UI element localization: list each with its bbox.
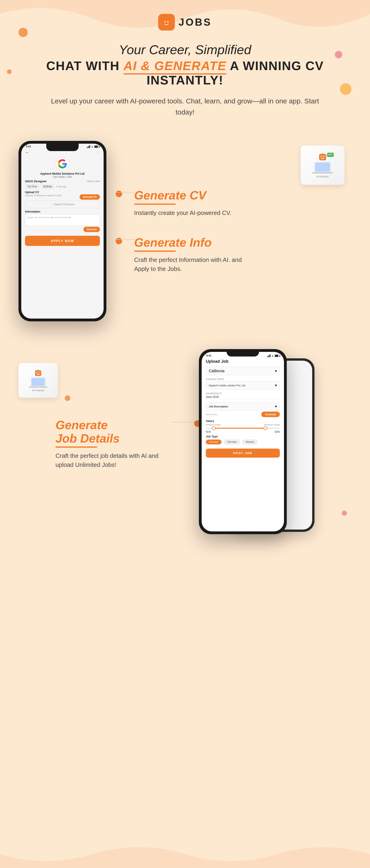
google-logo <box>58 159 67 168</box>
phone-time-2: 9:41 <box>206 354 211 357</box>
menu-dots[interactable]: ⋮ <box>96 150 100 155</box>
job-time-ago: 1 day ago <box>56 185 66 188</box>
svg-rect-19 <box>32 378 45 386</box>
upload-box-text: Upload CV/Resume <box>54 203 74 206</box>
svg-rect-5 <box>312 172 333 174</box>
generate-job-desc-btn[interactable]: Generate <box>261 411 280 417</box>
feature-cv-underline <box>134 204 176 205</box>
status-icons-2: ▲ <box>267 354 279 357</box>
deco-dot-2 <box>335 51 342 58</box>
job-tag-salary: $20k/Mo <box>41 184 55 189</box>
state-dropdown[interactable]: California ▾ <box>206 367 280 375</box>
job-desc-field: Job Description ▾ write here... Generate <box>206 402 280 417</box>
salary-section: Salary Minimum Salary Maximum Salary <box>206 420 280 433</box>
generate-cv-btn[interactable]: Generate CV <box>79 194 100 200</box>
company-name-dropdown[interactable]: Apptech mobile solution Pvt. Ltd. ▾ <box>206 381 280 390</box>
feature-job-title-2: Job Details <box>56 432 171 445</box>
info-section: Information Explain why you are the righ… <box>25 210 100 232</box>
section2-wrapper: AI Powered Generate Job Details Craft th… <box>0 349 370 562</box>
job-role: UI/UX Designer <box>25 180 47 183</box>
salary-max-label: Maximum Salary <box>264 424 280 426</box>
job-level: Senior Level <box>87 180 100 183</box>
job-type-fulltime[interactable]: Full time <box>206 439 222 444</box>
battery-fill-2 <box>275 355 278 357</box>
dropdown-arrow: ▾ <box>275 369 277 373</box>
info-generate-row: Generate <box>25 227 100 232</box>
job-location: San Diego, USA <box>25 175 100 178</box>
phone-mockup-1: 9:41 ▲ ← <box>19 141 106 321</box>
sb3 <box>269 355 270 357</box>
job-type-remote[interactable]: Remote <box>242 439 257 444</box>
job-desc-placeholder[interactable]: write here... <box>206 411 261 417</box>
company-logo-container: Apptech Mobile Solutions Pvt Ltd San Die… <box>25 157 100 178</box>
phone-content-1: ← ⋮ <box>21 148 104 312</box>
svg-point-13 <box>322 153 323 153</box>
svg-point-1 <box>164 21 166 23</box>
hero-highlight: AI & GENERATE <box>124 59 226 73</box>
phone-notch-2 <box>227 352 259 356</box>
phone-front-screen: 9:41 ▲ <box>202 352 284 531</box>
upload-icon: 📄 <box>51 203 53 206</box>
salary-min-label: Minimum Salary <box>206 424 221 426</box>
logo-svg <box>161 17 172 28</box>
dashed-connector-2 <box>116 239 134 240</box>
job-type-parttime[interactable]: Part time <box>224 439 240 444</box>
salary-thumb-max[interactable] <box>264 426 267 430</box>
salary-slider[interactable] <box>206 428 280 429</box>
feature-job-underline <box>56 446 97 448</box>
company-name-label: Company Name <box>206 377 280 380</box>
state-value: California <box>209 369 225 373</box>
company-name-value: Apptech mobile solution Pvt. Ltd. <box>209 384 246 387</box>
generate-info-btn[interactable]: Generate <box>83 227 100 232</box>
deco-dot-1 <box>19 28 28 37</box>
info-title: Information <box>25 210 100 213</box>
sb2 <box>268 355 269 357</box>
company-logo <box>56 157 69 171</box>
established-field: Established In June 2015 <box>206 392 280 400</box>
wifi-icon: ▲ <box>91 145 93 148</box>
battery-fill <box>95 146 98 148</box>
svg-rect-0 <box>161 17 172 28</box>
job-desc-arrow: ▾ <box>275 404 277 408</box>
job-desc-label: Job Description <box>209 405 228 408</box>
svg-point-24 <box>37 372 37 373</box>
salary-title: Salary <box>206 420 280 423</box>
svg-point-2 <box>167 21 169 23</box>
upload-box[interactable]: 📄 Upload CV/Resume <box>25 200 100 208</box>
info-textarea[interactable]: Explain why you are the right person for… <box>25 214 100 226</box>
hero-section: Your Career, Simplified CHAT WITH AI & G… <box>0 42 370 118</box>
feature-generate-info: Generate Info Craft the perfect Informat… <box>134 236 351 274</box>
svg-rect-6 <box>319 154 326 160</box>
hero-subtitle: Level up your career with AI-powered too… <box>46 96 324 118</box>
feature-info-title: Generate Info <box>134 236 351 249</box>
job-type-field: Job Type Full time Part time Remote <box>206 435 280 444</box>
hero-title-1: Your Career, Simplified <box>46 42 324 57</box>
salary-min-value: $13k <box>206 431 211 433</box>
salary-values: $13k $25k <box>206 431 280 433</box>
svg-point-10 <box>324 156 325 157</box>
feature-cv-title: Generate CV <box>134 189 351 202</box>
apply-now-btn[interactable]: APPLY NOW <box>25 236 100 246</box>
logo-icon <box>158 14 175 31</box>
wifi-icon-2: ▲ <box>271 354 274 357</box>
post-job-btn[interactable]: POST JOB <box>206 448 280 458</box>
deco-dot-4 <box>7 69 11 74</box>
upload-cv-section: Upload CV Add your CV/Resume to apply fo… <box>25 191 100 208</box>
feature-info-desc: Craft the perfect Information with AI. a… <box>134 255 250 274</box>
phone-group: Upload Job Company Name Apptech mobile s… <box>199 349 314 539</box>
salary-thumb-min[interactable] <box>212 426 215 430</box>
feature-job-title-1: Generate <box>56 418 171 432</box>
back-arrow[interactable]: ← <box>25 150 29 155</box>
phone-front: 9:41 ▲ <box>199 349 287 534</box>
svg-rect-11 <box>321 158 324 159</box>
company-name-field: Company Name Apptech mobile solution Pvt… <box>206 377 280 390</box>
job-tag-type: Full Time <box>25 184 39 189</box>
hero-prefix: CHAT WITH <box>46 59 124 73</box>
feature-dot-info <box>115 238 122 244</box>
signal-bar-1 <box>87 147 88 148</box>
job-desc-dropdown[interactable]: Job Description ▾ <box>206 402 280 411</box>
feature-cv-desc: Instantly create your AI-powered CV. <box>134 209 250 217</box>
salary-labels: Minimum Salary Maximum Salary <box>206 424 280 426</box>
sb4 <box>270 354 271 357</box>
svg-rect-26 <box>37 374 39 375</box>
